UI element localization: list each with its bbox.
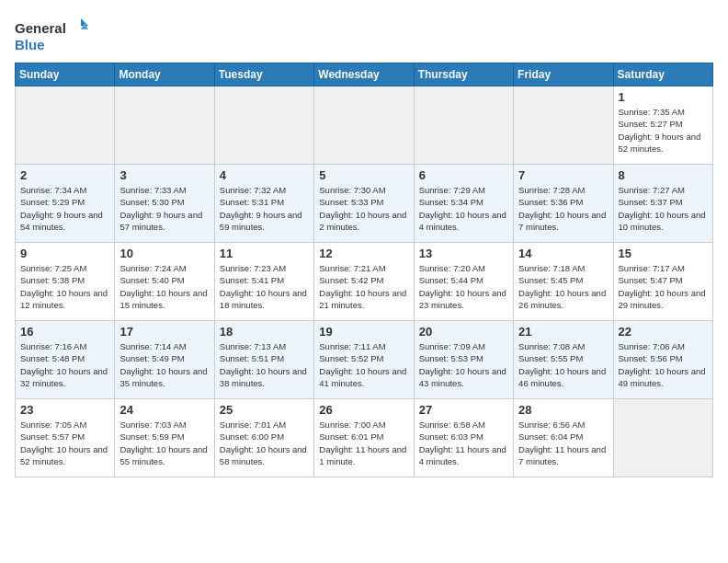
calendar-day: 13Sunrise: 7:20 AM Sunset: 5:44 PM Dayli…	[414, 243, 513, 321]
day-number: 16	[20, 325, 109, 339]
day-number: 26	[319, 403, 408, 417]
calendar-day: 14Sunrise: 7:18 AM Sunset: 5:45 PM Dayli…	[514, 243, 613, 321]
calendar-day: 20Sunrise: 7:09 AM Sunset: 5:53 PM Dayli…	[414, 321, 513, 399]
day-number: 18	[220, 325, 309, 339]
day-number: 7	[518, 168, 608, 182]
day-number: 10	[119, 247, 209, 260]
calendar-day: 26Sunrise: 7:00 AM Sunset: 6:01 PM Dayli…	[314, 399, 414, 477]
page-header: General Blue	[15, 15, 713, 55]
day-number: 4	[220, 168, 309, 182]
day-info: Sunrise: 7:05 AM Sunset: 5:57 PM Dayligh…	[20, 419, 109, 467]
day-info: Sunrise: 7:21 AM Sunset: 5:42 PM Dayligh…	[319, 262, 408, 311]
day-number: 24	[119, 403, 209, 417]
calendar-week-3: 9Sunrise: 7:25 AM Sunset: 5:38 PM Daylig…	[16, 243, 713, 321]
day-info: Sunrise: 7:16 AM Sunset: 5:48 PM Dayligh…	[20, 340, 109, 389]
calendar-table: SundayMondayTuesdayWednesdayThursdayFrid…	[15, 63, 713, 477]
calendar-week-1: 1Sunrise: 7:35 AM Sunset: 5:27 PM Daylig…	[16, 86, 713, 165]
day-info: Sunrise: 7:01 AM Sunset: 6:00 PM Dayligh…	[220, 419, 309, 467]
calendar-day: 17Sunrise: 7:14 AM Sunset: 5:49 PM Dayli…	[115, 321, 214, 399]
day-info: Sunrise: 6:56 AM Sunset: 6:04 PM Dayligh…	[518, 419, 608, 467]
day-info: Sunrise: 7:24 AM Sunset: 5:40 PM Dayligh…	[119, 262, 209, 311]
day-info: Sunrise: 6:58 AM Sunset: 6:03 PM Dayligh…	[419, 419, 508, 467]
calendar-day: 9Sunrise: 7:25 AM Sunset: 5:38 PM Daylig…	[16, 243, 115, 321]
day-number: 13	[419, 247, 508, 260]
day-number: 3	[119, 168, 209, 182]
day-number: 1	[619, 90, 708, 104]
day-number: 25	[220, 403, 309, 417]
day-number: 23	[20, 403, 109, 417]
day-number: 28	[518, 403, 608, 417]
day-number: 9	[20, 247, 109, 260]
day-info: Sunrise: 7:29 AM Sunset: 5:34 PM Dayligh…	[419, 184, 508, 233]
calendar-day: 22Sunrise: 7:06 AM Sunset: 5:56 PM Dayli…	[613, 321, 712, 399]
calendar-day: 4Sunrise: 7:32 AM Sunset: 5:31 PM Daylig…	[214, 165, 313, 243]
calendar-day	[214, 86, 313, 165]
day-number: 14	[518, 247, 608, 260]
calendar-day: 3Sunrise: 7:33 AM Sunset: 5:30 PM Daylig…	[115, 165, 214, 243]
day-info: Sunrise: 7:32 AM Sunset: 5:31 PM Dayligh…	[220, 184, 309, 233]
day-number: 22	[619, 325, 708, 339]
calendar-week-5: 23Sunrise: 7:05 AM Sunset: 5:57 PM Dayli…	[16, 399, 713, 477]
day-number: 5	[319, 168, 408, 182]
calendar-day: 12Sunrise: 7:21 AM Sunset: 5:42 PM Dayli…	[314, 243, 414, 321]
day-info: Sunrise: 7:33 AM Sunset: 5:30 PM Dayligh…	[119, 184, 209, 233]
day-info: Sunrise: 7:14 AM Sunset: 5:49 PM Dayligh…	[119, 340, 209, 389]
day-info: Sunrise: 7:17 AM Sunset: 5:47 PM Dayligh…	[619, 262, 708, 311]
calendar-day	[514, 86, 613, 165]
day-number: 21	[518, 325, 608, 339]
column-header-thursday: Thursday	[414, 63, 513, 86]
calendar-day: 16Sunrise: 7:16 AM Sunset: 5:48 PM Dayli…	[16, 321, 115, 399]
calendar-day: 8Sunrise: 7:27 AM Sunset: 5:37 PM Daylig…	[613, 165, 712, 243]
day-info: Sunrise: 7:35 AM Sunset: 5:27 PM Dayligh…	[619, 106, 708, 155]
calendar-day: 5Sunrise: 7:30 AM Sunset: 5:33 PM Daylig…	[314, 165, 414, 243]
calendar-day: 1Sunrise: 7:35 AM Sunset: 5:27 PM Daylig…	[613, 86, 712, 165]
day-info: Sunrise: 7:18 AM Sunset: 5:45 PM Dayligh…	[518, 262, 608, 311]
logo: General Blue	[15, 15, 88, 55]
day-number: 15	[619, 247, 708, 260]
calendar-header-row: SundayMondayTuesdayWednesdayThursdayFrid…	[16, 63, 713, 86]
calendar-day: 19Sunrise: 7:11 AM Sunset: 5:52 PM Dayli…	[314, 321, 414, 399]
day-number: 12	[319, 247, 408, 260]
calendar-day: 11Sunrise: 7:23 AM Sunset: 5:41 PM Dayli…	[214, 243, 313, 321]
day-info: Sunrise: 7:00 AM Sunset: 6:01 PM Dayligh…	[319, 419, 408, 467]
calendar-day: 10Sunrise: 7:24 AM Sunset: 5:40 PM Dayli…	[115, 243, 214, 321]
calendar-day	[115, 86, 214, 165]
day-number: 19	[319, 325, 408, 339]
day-info: Sunrise: 7:23 AM Sunset: 5:41 PM Dayligh…	[220, 262, 309, 311]
day-number: 6	[419, 168, 508, 182]
calendar-day	[16, 86, 115, 165]
calendar-day	[414, 86, 513, 165]
calendar-day: 2Sunrise: 7:34 AM Sunset: 5:29 PM Daylig…	[16, 165, 115, 243]
calendar-day: 15Sunrise: 7:17 AM Sunset: 5:47 PM Dayli…	[613, 243, 712, 321]
column-header-wednesday: Wednesday	[314, 63, 414, 86]
calendar-day	[613, 399, 712, 477]
day-number: 20	[419, 325, 508, 339]
column-header-friday: Friday	[514, 63, 613, 86]
column-header-tuesday: Tuesday	[214, 63, 313, 86]
day-number: 11	[220, 247, 309, 260]
day-info: Sunrise: 7:09 AM Sunset: 5:53 PM Dayligh…	[419, 340, 508, 389]
day-info: Sunrise: 7:30 AM Sunset: 5:33 PM Dayligh…	[319, 184, 408, 233]
calendar-week-2: 2Sunrise: 7:34 AM Sunset: 5:29 PM Daylig…	[16, 165, 713, 243]
day-number: 17	[119, 325, 209, 339]
calendar-day: 7Sunrise: 7:28 AM Sunset: 5:36 PM Daylig…	[514, 165, 613, 243]
day-info: Sunrise: 7:28 AM Sunset: 5:36 PM Dayligh…	[518, 184, 608, 233]
calendar-day: 21Sunrise: 7:08 AM Sunset: 5:55 PM Dayli…	[514, 321, 613, 399]
svg-text:Blue: Blue	[15, 37, 45, 52]
calendar-day: 24Sunrise: 7:03 AM Sunset: 5:59 PM Dayli…	[115, 399, 214, 477]
day-info: Sunrise: 7:25 AM Sunset: 5:38 PM Dayligh…	[20, 262, 109, 311]
day-number: 8	[619, 168, 708, 182]
column-header-saturday: Saturday	[613, 63, 712, 86]
column-header-monday: Monday	[115, 63, 214, 86]
day-info: Sunrise: 7:34 AM Sunset: 5:29 PM Dayligh…	[20, 184, 109, 233]
calendar-day: 23Sunrise: 7:05 AM Sunset: 5:57 PM Dayli…	[16, 399, 115, 477]
day-number: 27	[419, 403, 508, 417]
calendar-day: 25Sunrise: 7:01 AM Sunset: 6:00 PM Dayli…	[214, 399, 313, 477]
calendar-day	[314, 86, 414, 165]
logo-svg: General Blue	[15, 15, 88, 55]
day-number: 2	[20, 168, 109, 182]
calendar-day: 6Sunrise: 7:29 AM Sunset: 5:34 PM Daylig…	[414, 165, 513, 243]
calendar-week-4: 16Sunrise: 7:16 AM Sunset: 5:48 PM Dayli…	[16, 321, 713, 399]
column-header-sunday: Sunday	[16, 63, 115, 86]
calendar-day: 18Sunrise: 7:13 AM Sunset: 5:51 PM Dayli…	[214, 321, 313, 399]
